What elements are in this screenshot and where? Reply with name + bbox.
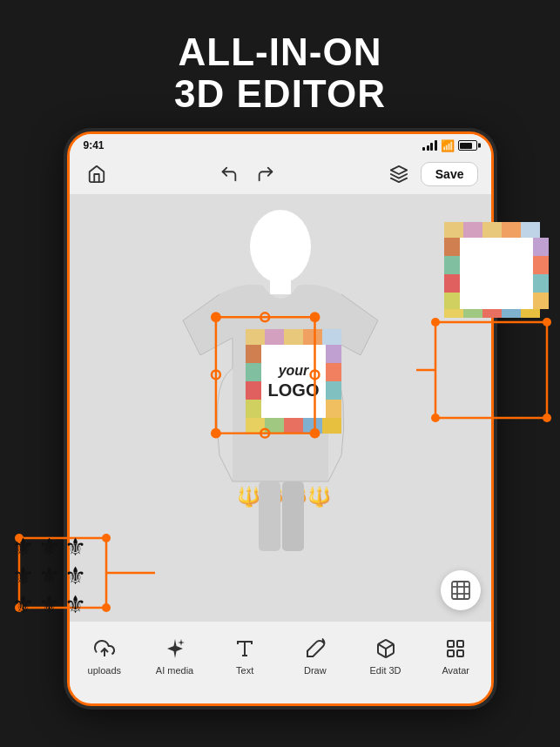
sparkles-icon xyxy=(163,636,187,661)
svg-rect-38 xyxy=(259,481,280,551)
svg-rect-14 xyxy=(270,277,291,294)
status-bar: 9:41 📶 xyxy=(70,134,491,154)
svg-rect-58 xyxy=(448,641,454,647)
toolbar-center xyxy=(214,159,280,189)
svg-text:⚜: ⚜ xyxy=(12,562,34,589)
text-icon xyxy=(233,636,257,661)
decoration-left: ⚜ ⚜ ⚜ ⚜ ⚜ ⚜ ⚜ ⚜ ⚜ xyxy=(12,525,91,629)
toolbar-right: Save xyxy=(384,159,479,189)
draw-label: Draw xyxy=(304,665,327,676)
battery-icon xyxy=(458,140,477,151)
svg-rect-86 xyxy=(482,309,502,318)
svg-text:your: your xyxy=(277,363,308,378)
headline: ALL-IN-ON 3D EDITOR xyxy=(174,31,386,116)
svg-rect-81 xyxy=(533,256,549,274)
home-button[interactable] xyxy=(82,159,111,189)
decoration-right xyxy=(440,218,553,322)
svg-rect-31 xyxy=(326,363,341,381)
svg-text:⚜: ⚜ xyxy=(12,534,34,561)
redo-button[interactable] xyxy=(251,159,280,189)
tool-uploads[interactable]: uploads xyxy=(70,622,140,690)
svg-rect-28 xyxy=(246,381,261,400)
svg-text:⚜: ⚜ xyxy=(64,534,86,561)
svg-rect-87 xyxy=(502,309,521,318)
tool-ai-media[interactable]: AI media xyxy=(139,622,210,690)
layers-icon xyxy=(389,165,408,184)
svg-rect-53 xyxy=(452,582,469,599)
svg-rect-71 xyxy=(444,222,463,238)
svg-text:⚜: ⚜ xyxy=(12,591,34,618)
text-label: Text xyxy=(236,665,253,676)
svg-rect-27 xyxy=(246,363,261,381)
undo-button[interactable] xyxy=(214,159,244,189)
svg-rect-84 xyxy=(444,309,463,318)
redo-icon xyxy=(256,165,275,184)
svg-rect-23 xyxy=(284,418,303,434)
svg-rect-75 xyxy=(521,222,540,238)
svg-rect-73 xyxy=(482,222,502,238)
toolbar: Save xyxy=(70,154,491,194)
save-button[interactable]: Save xyxy=(421,162,479,186)
svg-rect-83 xyxy=(533,293,549,309)
svg-rect-25 xyxy=(322,418,341,434)
svg-rect-59 xyxy=(457,641,463,647)
avatar-label: Avatar xyxy=(442,665,469,676)
svg-rect-77 xyxy=(444,256,460,274)
svg-rect-89 xyxy=(460,238,533,309)
tool-edit3d[interactable]: Edit 3D xyxy=(350,622,421,690)
svg-rect-30 xyxy=(326,345,341,363)
svg-rect-20 xyxy=(322,329,341,345)
svg-rect-78 xyxy=(444,274,460,293)
tool-draw[interactable]: Draw xyxy=(280,622,351,690)
tool-text[interactable]: Text xyxy=(210,622,280,690)
svg-marker-12 xyxy=(391,166,407,174)
cube-icon xyxy=(374,636,398,661)
svg-text:⚜: ⚜ xyxy=(64,562,86,589)
device-frame: 9:41 📶 xyxy=(67,131,494,706)
home-icon xyxy=(87,165,106,184)
svg-rect-60 xyxy=(448,650,454,656)
brush-icon xyxy=(303,636,327,661)
uploads-label: uploads xyxy=(88,665,122,676)
status-time: 9:41 xyxy=(84,139,105,151)
svg-text:⚜: ⚜ xyxy=(38,534,60,561)
avatar-icon xyxy=(443,636,468,661)
svg-rect-24 xyxy=(303,418,322,434)
mannequin-svg: your LOGO 🔱🔱🔱🔱 xyxy=(150,194,411,621)
svg-point-13 xyxy=(250,210,311,283)
svg-rect-33 xyxy=(326,400,341,418)
svg-rect-29 xyxy=(246,400,261,418)
svg-rect-74 xyxy=(502,222,521,238)
svg-rect-61 xyxy=(457,650,463,656)
svg-rect-79 xyxy=(444,293,460,309)
svg-text:⚜: ⚜ xyxy=(38,591,60,618)
svg-rect-22 xyxy=(265,418,284,434)
ai-media-label: AI media xyxy=(156,665,193,676)
undo-icon xyxy=(219,165,239,184)
tool-avatar[interactable]: Avatar xyxy=(421,622,491,690)
wifi-icon: 📶 xyxy=(441,139,455,152)
layers-button[interactable] xyxy=(384,159,414,189)
edit3d-label: Edit 3D xyxy=(369,665,401,676)
svg-rect-18 xyxy=(284,329,303,345)
svg-rect-88 xyxy=(521,309,540,318)
svg-rect-17 xyxy=(265,329,284,345)
svg-rect-32 xyxy=(326,381,341,400)
svg-rect-82 xyxy=(533,274,549,293)
svg-text:⚜: ⚜ xyxy=(64,591,86,618)
bottom-toolbar: uploads AI media Text xyxy=(70,621,491,690)
svg-text:⚜: ⚜ xyxy=(38,562,60,589)
grid-icon xyxy=(451,581,470,600)
svg-rect-19 xyxy=(303,329,322,345)
grid-button[interactable] xyxy=(441,570,481,610)
canvas-area: your LOGO 🔱🔱🔱🔱 xyxy=(70,194,491,621)
svg-rect-16 xyxy=(246,329,265,345)
svg-rect-26 xyxy=(246,345,261,363)
svg-rect-39 xyxy=(282,481,304,551)
svg-rect-85 xyxy=(463,309,482,318)
toolbar-left xyxy=(82,159,111,189)
uploads-icon xyxy=(92,636,117,661)
signal-bars-icon xyxy=(422,140,437,151)
svg-rect-76 xyxy=(444,238,460,256)
status-icons: 📶 xyxy=(422,139,477,152)
